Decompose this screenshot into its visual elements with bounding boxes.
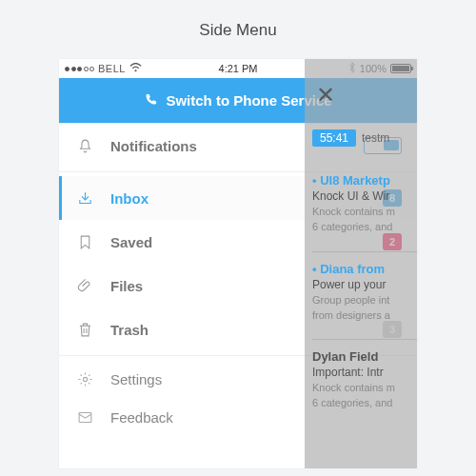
list-item-desc: from designers a <box>312 308 417 322</box>
list-item-desc: Group people int <box>312 293 417 307</box>
status-time: 4:21 PM <box>219 63 258 74</box>
list-item-title: Dylan Field <box>312 349 417 364</box>
phone-frame: BELL 4:21 PM 100% Switch to Phone Servic… <box>59 59 417 468</box>
page-title: Side Menu <box>0 0 476 59</box>
close-icon[interactable]: ✕ <box>316 84 335 107</box>
phone-icon <box>144 92 158 109</box>
carrier-label: BELL <box>98 63 126 74</box>
list-item[interactable]: Diana from Power up your Group people in… <box>312 251 417 323</box>
overlay-user: testm <box>362 131 389 145</box>
signal-dots-icon <box>65 67 94 71</box>
wifi-icon <box>129 62 142 75</box>
list-item-desc: 6 categories, and <box>312 220 417 233</box>
gear-icon <box>76 370 93 387</box>
trash-icon <box>76 321 93 338</box>
list-item-desc: 6 categories, and <box>312 396 417 409</box>
list-item-desc: Knock contains m <box>312 381 417 394</box>
list-item-title: Diana from <box>312 262 417 276</box>
content-overlay: ✕ 55:41 testm UI8 Marketp Knock UI & Wir… <box>305 59 417 468</box>
list-item-sub: Important: Intr <box>312 366 417 379</box>
svg-point-1 <box>83 377 87 381</box>
time-pill: 55:41 <box>312 129 356 147</box>
svg-rect-2 <box>79 412 91 422</box>
inbox-icon <box>76 189 93 207</box>
list-item-desc: Knock contains m <box>312 205 417 218</box>
list-item-sub: Knock UI & Wir <box>312 189 417 203</box>
list-item[interactable]: UI8 Marketp Knock UI & Wir Knock contain… <box>312 173 417 234</box>
list-item-sub: Power up your <box>312 278 417 291</box>
paperclip-icon <box>76 277 93 294</box>
list-item[interactable]: Dylan Field Important: Intr Knock contai… <box>312 339 417 410</box>
bookmark-icon <box>76 233 93 250</box>
svg-point-0 <box>134 69 136 71</box>
bell-icon <box>76 137 93 154</box>
mail-icon <box>76 408 93 426</box>
list-item-title: UI8 Marketp <box>312 173 417 188</box>
